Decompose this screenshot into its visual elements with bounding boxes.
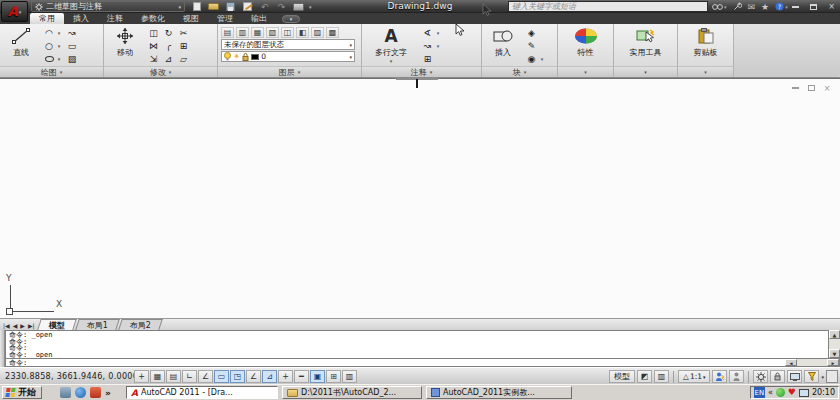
language-indicator[interactable]: EN [754, 387, 765, 398]
layer-isolate-icon[interactable]: ▧ [266, 27, 279, 38]
panel-clipboard-label[interactable]: ▾ [678, 66, 733, 77]
help-button[interactable]: ? ▾ [775, 2, 788, 11]
quick-launch-icon-2[interactable] [75, 387, 86, 398]
isolate-objects-button[interactable] [804, 370, 819, 383]
ortho-toggle[interactable]: ∟ [182, 370, 197, 383]
quick-launch-overflow[interactable]: » [105, 388, 111, 398]
panel-block-label[interactable]: 块▾ [482, 66, 557, 77]
insert-block-button[interactable]: 插入 [485, 26, 521, 66]
polar-toggle[interactable]: ∠ [198, 370, 213, 383]
task-document[interactable]: AutoCAD_2011实例教... [426, 386, 572, 399]
hatch-icon[interactable]: ▨ [65, 53, 79, 65]
quick-view-layouts-button[interactable]: ◩ [637, 370, 652, 383]
minimize-button[interactable] [789, 2, 802, 11]
display-tray-icon[interactable] [799, 389, 809, 397]
redo-button[interactable]: ↷ [275, 1, 288, 12]
model-space-button[interactable]: 模型 [609, 370, 635, 383]
ellipse-caret[interactable]: ▾ [56, 56, 62, 62]
osnap-toggle[interactable]: ▭ [214, 370, 229, 383]
ellipse-icon[interactable] [42, 53, 56, 65]
layer-properties-icon[interactable]: ▤ [221, 27, 234, 38]
properties-button[interactable]: 特性 [562, 26, 610, 66]
scroll-up-icon[interactable]: ▲ [829, 330, 840, 339]
dyn-toggle[interactable]: + [278, 370, 293, 383]
arc-icon[interactable]: ◠ [42, 27, 56, 39]
panel-properties-label[interactable]: ▾ [558, 66, 613, 77]
paste-button[interactable]: 剪贴板 [682, 26, 730, 66]
messenger-tray-icon[interactable] [776, 388, 785, 397]
table-icon[interactable]: ⊞ [420, 53, 435, 65]
leader-caret[interactable]: ▾ [435, 43, 441, 49]
doc-restore-button[interactable] [806, 84, 816, 92]
subscription-center-button[interactable] [733, 2, 742, 11]
snap-toggle[interactable]: + [134, 370, 149, 383]
attributes-caret[interactable]: ▾ [539, 56, 545, 62]
command-history[interactable]: 命令: _open 命令: 命令: 命令: _open [5, 330, 829, 358]
transparency-toggle[interactable]: ▣ [310, 370, 325, 383]
prev-tab-button[interactable]: ◀ [12, 322, 19, 329]
rectangle-icon[interactable]: ▭ [65, 40, 79, 52]
ribbon-minimize-button[interactable]: ▾ [282, 15, 300, 23]
next-tab-button[interactable]: ▶ [19, 322, 26, 329]
tab-model[interactable]: 模型 [37, 319, 77, 330]
hardware-acceleration-button[interactable] [787, 370, 802, 383]
mirror-icon[interactable]: ⋈ [146, 40, 161, 52]
grid-display-toggle[interactable]: ▤ [166, 370, 181, 383]
task-autocad[interactable]: A AutoCAD 2011 - [Dra... [126, 386, 278, 399]
drawing-area[interactable]: × Y X [0, 78, 840, 318]
workspace-switcher[interactable]: 二维草图与注释 ▾ [31, 1, 185, 12]
circle-caret[interactable]: ▾ [56, 43, 62, 49]
search-input[interactable] [508, 1, 708, 12]
toolbar-lock-button[interactable] [770, 370, 785, 383]
trim-icon[interactable]: ✂ [176, 27, 191, 39]
edit-block-icon[interactable]: ✎ [524, 40, 539, 52]
copy-icon[interactable]: ◫ [146, 27, 161, 39]
new-file-button[interactable] [190, 1, 203, 12]
arc-caret[interactable]: ▾ [56, 30, 62, 36]
tab-layout1[interactable]: 布局1 [75, 319, 120, 330]
tab-manage[interactable]: 管理 [208, 13, 242, 24]
command-hscrollbar[interactable]: ◀ ▶ [785, 359, 839, 366]
scroll-right-icon[interactable]: ▶ [827, 359, 839, 366]
save-button[interactable] [224, 1, 237, 12]
workspace-switch-button[interactable] [753, 370, 768, 383]
tab-parametric[interactable]: 参数化 [132, 13, 174, 24]
tab-layout2[interactable]: 布局2 [118, 319, 163, 330]
layer-off-icon[interactable]: ◧ [296, 27, 309, 38]
antivirus-tray-icon[interactable]: ♥ [788, 388, 796, 397]
open-file-button[interactable] [207, 1, 220, 12]
plot-preview-button[interactable] [241, 1, 254, 12]
dimension-caret[interactable]: ▾ [435, 30, 441, 36]
status-menu-caret[interactable]: ▾ [821, 374, 824, 380]
print-button[interactable] [292, 1, 305, 12]
clean-screen-button[interactable] [826, 370, 838, 383]
first-tab-button[interactable]: |◀ [2, 322, 11, 329]
quick-properties-toggle[interactable]: ⊞ [326, 370, 341, 383]
close-button[interactable]: × [825, 2, 838, 11]
mtext-button[interactable]: A 多行文字 ▾ [365, 26, 417, 66]
layer-match-icon[interactable]: ▥ [236, 27, 249, 38]
command-scrollbar[interactable]: ▲ ▼ [829, 330, 840, 358]
otrack-toggle[interactable]: ∠ [246, 370, 261, 383]
create-block-icon[interactable]: ◈ [524, 27, 539, 39]
lineweight-toggle[interactable]: ━ [294, 370, 309, 383]
tab-annotate[interactable]: 注释 [98, 13, 132, 24]
favorites-button[interactable]: ★ [761, 2, 769, 12]
panel-utilities-label[interactable]: ▾ [614, 66, 677, 77]
layer-freeze-icon[interactable]: ◫ [281, 27, 294, 38]
ribbon-pull-handle[interactable] [416, 79, 418, 88]
last-tab-button[interactable]: ▶| [27, 322, 36, 329]
panel-modify-label[interactable]: 修改▾ [104, 66, 217, 77]
annotation-scale-button[interactable]: △ 1:1 ▾ [678, 370, 710, 383]
scroll-down-icon[interactable]: ▼ [829, 349, 840, 358]
communication-center-button[interactable]: ✉ [748, 2, 756, 12]
doc-minimize-button[interactable] [790, 84, 800, 92]
leader-icon[interactable]: ↝ [420, 40, 435, 52]
array-icon[interactable]: ⊞ [176, 40, 191, 52]
layer-lock-icon[interactable]: ▨ [311, 27, 324, 38]
quick-view-drawings-button[interactable]: ▥ [654, 370, 669, 383]
move-button[interactable]: 移动 [107, 26, 143, 66]
dimension-icon[interactable]: ∢ [420, 27, 435, 39]
panel-annotate-label[interactable]: 注释▾ [362, 66, 481, 77]
erase-icon[interactable]: ▱ [176, 53, 191, 65]
